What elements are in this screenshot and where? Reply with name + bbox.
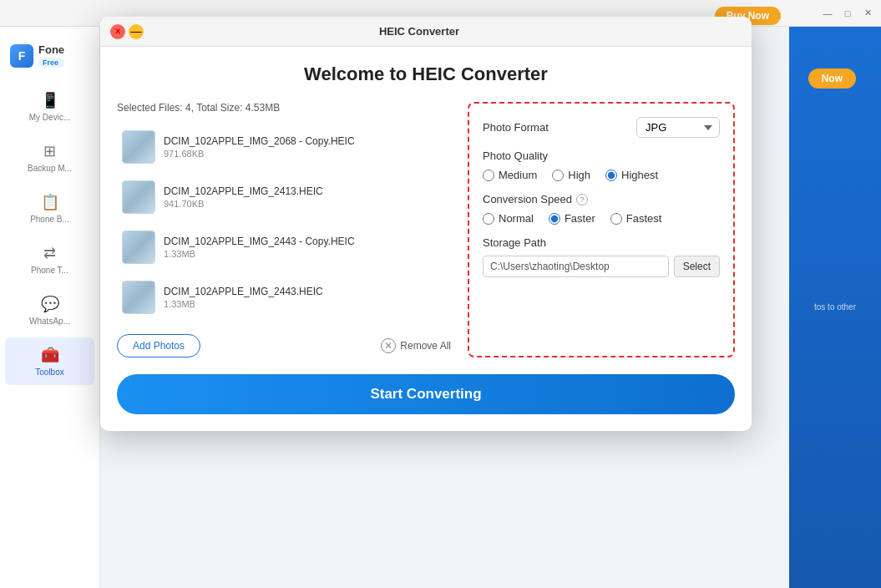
sidebar: F Fone Free 📱 My Devic... ⊞ Backup M... …: [0, 27, 100, 588]
storage-path-section: Storage Path Select: [483, 236, 720, 277]
speed-normal-option[interactable]: Normal: [483, 212, 534, 225]
right-panel: tos to other: [789, 27, 881, 588]
sidebar-item-phone-b-label: Phone B...: [30, 215, 69, 224]
whatsapp-icon: 💬: [41, 295, 59, 313]
sidebar-item-my-devices-label: My Devic...: [29, 113, 70, 122]
app-logo: F Fone Free: [0, 37, 99, 81]
file-size: 1.33MB: [164, 299, 323, 309]
file-name: DCIM_102APPLE_IMG_2443.HEIC: [164, 286, 323, 297]
settings-panel: Photo Format JPG PNG BMP GIF Photo Quali…: [468, 102, 735, 357]
logo-icon: F: [10, 44, 33, 68]
speed-faster-option[interactable]: Faster: [549, 212, 595, 225]
file-list-header: Selected Files: 4, Total Size: 4.53MB: [117, 102, 451, 114]
list-item: DCIM_102APPLE_IMG_2443 - Copy.HEIC 1.33M…: [117, 224, 451, 271]
phone-t-icon: ⇄: [43, 244, 56, 262]
file-thumbnail: [122, 180, 155, 214]
modal-heading: Welcome to HEIC Converter: [100, 47, 752, 94]
remove-all-label: Remove All: [400, 340, 451, 352]
speed-normal-radio[interactable]: [483, 213, 494, 225]
speed-normal-label: Normal: [499, 212, 534, 225]
sidebar-item-phone-t[interactable]: ⇄ Phone T...: [5, 236, 94, 283]
list-item: DCIM_102APPLE_IMG_2443.HEIC 1.33MB: [117, 274, 451, 321]
quality-radio-group: Medium High Highest: [483, 169, 720, 181]
help-icon[interactable]: ?: [576, 194, 588, 205]
sidebar-item-backup-label: Backup M...: [28, 164, 72, 173]
file-thumbnail: [122, 281, 155, 314]
storage-path-select-button[interactable]: Select: [674, 256, 720, 277]
bg-close-btn[interactable]: ✕: [861, 7, 874, 20]
file-info: DCIM_102APPLE_IMG_2413.HEIC 941.70KB: [164, 185, 323, 209]
quality-medium-radio[interactable]: [483, 170, 494, 181]
right-panel-text: tos to other: [814, 302, 856, 313]
action-row: Add Photos ✕ Remove All: [117, 334, 451, 357]
app-name: Fone: [38, 43, 64, 56]
quality-high-option[interactable]: High: [552, 169, 590, 181]
quality-highest-label: Highest: [621, 169, 658, 181]
modal-close-button[interactable]: ✕: [110, 24, 125, 39]
quality-medium-label: Medium: [499, 169, 537, 181]
sidebar-item-toolbox-label: Toolbox: [35, 368, 63, 377]
speed-fastest-option[interactable]: Fastest: [610, 212, 662, 225]
heic-converter-modal: ✕ — HEIC Converter Welcome to HEIC Conve…: [100, 17, 752, 431]
backup-icon: ⊞: [43, 142, 56, 160]
file-size: 941.70KB: [164, 199, 323, 209]
file-info: DCIM_102APPLE_IMG_2443 - Copy.HEIC 1.33M…: [164, 236, 355, 259]
remove-icon: ✕: [381, 338, 396, 353]
add-photos-button[interactable]: Add Photos: [117, 334, 200, 357]
conversion-speed-section: Conversion Speed ? Normal Faster Fastest: [483, 193, 720, 225]
phone-b-icon: 📋: [41, 193, 59, 211]
modal-minimize-button[interactable]: —: [129, 24, 144, 39]
toolbox-icon: 🧰: [41, 346, 59, 364]
photo-format-label: Photo Format: [483, 121, 549, 134]
speed-faster-radio[interactable]: [549, 213, 560, 225]
quality-high-radio[interactable]: [552, 170, 564, 181]
file-name: DCIM_102APPLE_IMG_2413.HEIC: [164, 185, 323, 197]
photo-format-row: Photo Format JPG PNG BMP GIF: [483, 117, 720, 138]
start-converting-button[interactable]: Start Converting: [117, 374, 735, 414]
file-name: DCIM_102APPLE_IMG_2068 - Copy.HEIC: [164, 135, 355, 147]
sidebar-item-whatsapp[interactable]: 💬 WhatsAp...: [5, 286, 94, 334]
sidebar-item-toolbox[interactable]: 🧰 Toolbox: [5, 337, 94, 385]
storage-path-row: Select: [483, 256, 720, 277]
sidebar-item-phone-t-label: Phone T...: [31, 266, 68, 275]
file-name: DCIM_102APPLE_IMG_2443 - Copy.HEIC: [164, 236, 355, 247]
convert-now-button[interactable]: Now: [808, 68, 856, 89]
file-thumbnail: [122, 130, 155, 164]
photo-quality-section: Photo Quality Medium High Highest: [483, 150, 720, 181]
sidebar-item-phone-b[interactable]: 📋 Phone B...: [5, 185, 94, 232]
file-info: DCIM_102APPLE_IMG_2068 - Copy.HEIC 971.6…: [164, 135, 355, 159]
free-badge: Free: [38, 58, 64, 68]
file-info: DCIM_102APPLE_IMG_2443.HEIC 1.33MB: [164, 286, 323, 309]
quality-highest-radio[interactable]: [605, 170, 617, 181]
my-devices-icon: 📱: [41, 91, 59, 109]
sidebar-item-my-devices[interactable]: 📱 My Devic...: [5, 83, 94, 130]
modal-title: HEIC Converter: [379, 25, 459, 38]
file-thumbnail: [122, 231, 155, 264]
sidebar-item-whatsapp-label: WhatsAp...: [29, 317, 70, 326]
speed-faster-label: Faster: [565, 212, 595, 225]
speed-radio-group: Normal Faster Fastest: [483, 212, 720, 225]
bg-minimize-btn[interactable]: —: [821, 7, 834, 20]
modal-body: Selected Files: 4, Total Size: 4.53MB DC…: [100, 94, 752, 374]
file-list-panel: Selected Files: 4, Total Size: 4.53MB DC…: [117, 102, 451, 357]
remove-all-button[interactable]: ✕ Remove All: [381, 338, 451, 353]
file-size: 1.33MB: [164, 249, 355, 259]
conversion-speed-label: Conversion Speed: [483, 193, 572, 205]
modal-titlebar: ✕ — HEIC Converter: [100, 17, 752, 47]
list-item: DCIM_102APPLE_IMG_2413.HEIC 941.70KB: [117, 174, 451, 220]
quality-highest-option[interactable]: Highest: [605, 169, 658, 181]
photo-format-select[interactable]: JPG PNG BMP GIF: [636, 117, 720, 138]
storage-path-input[interactable]: [483, 256, 669, 277]
speed-label-row: Conversion Speed ?: [483, 193, 720, 205]
sidebar-item-backup[interactable]: ⊞ Backup M...: [5, 134, 94, 181]
storage-path-label: Storage Path: [483, 236, 720, 249]
modal-window-controls: ✕ —: [110, 24, 147, 39]
quality-high-label: High: [568, 169, 590, 181]
speed-fastest-label: Fastest: [626, 212, 662, 225]
quality-medium-option[interactable]: Medium: [483, 169, 537, 181]
bg-maximize-btn[interactable]: □: [841, 7, 854, 20]
speed-fastest-radio[interactable]: [610, 213, 622, 225]
photo-quality-label: Photo Quality: [483, 150, 720, 162]
file-size: 971.68KB: [164, 149, 355, 159]
list-item: DCIM_102APPLE_IMG_2068 - Copy.HEIC 971.6…: [117, 124, 451, 170]
